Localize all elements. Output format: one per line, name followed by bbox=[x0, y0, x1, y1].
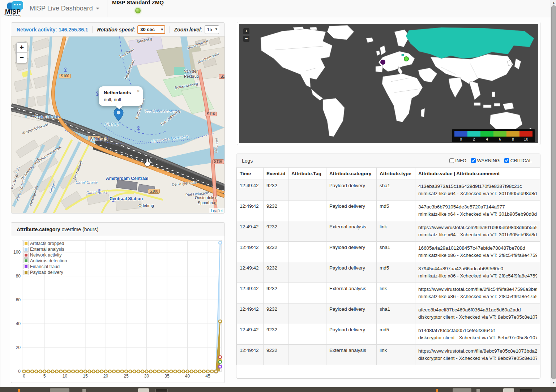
log-cell: Payload delivery bbox=[326, 201, 377, 221]
svg-text:15: 15 bbox=[83, 374, 88, 379]
taskbar-icon[interactable] bbox=[50, 388, 69, 392]
attribute-value: 37945c44a897aa42a66adcab68f560e0 bbox=[418, 265, 537, 272]
zmq-status-indicator bbox=[135, 8, 141, 13]
log-value-cell: https://www.virustotal.com/file/2f8c54f9… bbox=[415, 283, 540, 303]
log-cell: 12:49:42 bbox=[237, 180, 264, 201]
taskbar-icon[interactable] bbox=[436, 389, 438, 392]
svg-text:60: 60 bbox=[16, 297, 21, 302]
logs-table-header-row: TimeEvent.idAttribute.TagAttribute.categ… bbox=[237, 168, 540, 180]
window-edge bbox=[0, 17, 0, 387]
filter-info-checkbox[interactable] bbox=[449, 158, 454, 163]
log-value-cell: 347ac3b6b791054de3e5720a7144a977mimikatz… bbox=[415, 201, 540, 221]
taskbar-icon[interactable] bbox=[155, 389, 168, 392]
filter-critical-checkbox[interactable] bbox=[504, 158, 509, 163]
attribute-value: 347ac3b6b791054de3e5720a7144a977 bbox=[418, 203, 537, 211]
table-row: 12:49:429232Payload deliverymd537945c44a… bbox=[237, 262, 540, 283]
log-cell bbox=[288, 283, 326, 303]
map-zoom-in-button[interactable]: + bbox=[17, 43, 27, 53]
svg-text:100: 100 bbox=[13, 250, 21, 255]
log-cell bbox=[288, 324, 326, 345]
scrollbar-thumb[interactable] bbox=[551, 5, 556, 379]
taskbar-icon[interactable] bbox=[503, 388, 514, 392]
world-zoom-out-button[interactable]: − bbox=[243, 36, 249, 42]
logs-table: TimeEvent.idAttribute.TagAttribute.categ… bbox=[236, 168, 540, 365]
attribute-category-chart-panel: Attribute.category overtime (hours) Arti… bbox=[11, 222, 225, 383]
misp-live-dashboard-page: MISP Threat Sharing MISP Live Dashboard … bbox=[0, 0, 556, 392]
world-zoom-in-button[interactable]: + bbox=[243, 28, 249, 34]
scrollbar-down-button[interactable]: ▼ bbox=[551, 380, 556, 385]
table-row: 12:49:429232Payload deliverysha116605a4a… bbox=[237, 242, 540, 262]
legend-item: Payload delivery bbox=[23, 270, 67, 275]
attribute-comment: mimikatz-like x64 - Xchecked via VT: 301… bbox=[418, 190, 537, 197]
log-cell bbox=[288, 303, 326, 324]
brand-subtitle: Threat Sharing bbox=[4, 14, 21, 17]
logo-dots-icon bbox=[14, 4, 21, 5]
log-cell: 12:49:42 bbox=[237, 262, 264, 283]
chevron-down-icon bbox=[96, 8, 99, 11]
log-value-cell: 16605a4a29a101208457c47ebfde788487be788d… bbox=[415, 242, 540, 262]
leaflet-zoom-control: + − bbox=[16, 42, 27, 63]
scrollbar-up-button[interactable]: ▲ bbox=[551, 0, 556, 5]
filter-warning-checkbox[interactable] bbox=[471, 158, 476, 163]
popup-close-icon[interactable]: × bbox=[137, 88, 140, 94]
log-cell: 12:49:42 bbox=[237, 221, 264, 242]
log-cell: Payload delivery bbox=[326, 324, 377, 345]
table-row: 12:49:429232Payload deliverymd5347ac3b6b… bbox=[237, 201, 540, 221]
world-map-panel: + − 0246810 bbox=[237, 22, 540, 145]
attribute-comment: mimikatz-like x64 - Xchecked via VT: 301… bbox=[418, 231, 537, 238]
svg-text:10: 10 bbox=[63, 374, 68, 379]
log-cell: 9232 bbox=[264, 303, 288, 324]
filter-critical[interactable]: CRITICAL bbox=[504, 158, 532, 163]
filter-info[interactable]: INFO bbox=[449, 158, 467, 163]
log-cell: 9232 bbox=[264, 242, 288, 262]
taskbar-icon[interactable] bbox=[453, 388, 471, 392]
logs-column-header: Event.id bbox=[264, 168, 288, 180]
log-cell: 9232 bbox=[264, 262, 288, 283]
attribute-comment: diskcryptor client - Xchecked via VT: 8e… bbox=[418, 314, 537, 321]
world-choropleth-map[interactable]: + − 0246810 bbox=[239, 24, 538, 143]
logs-column-header: Attribute.type bbox=[377, 168, 415, 180]
network-activity-title-link[interactable]: Network activity: 146.255.36.1 bbox=[17, 27, 88, 33]
log-cell: md5 bbox=[377, 201, 415, 221]
chart-title-rest: overtime (hours) bbox=[60, 227, 99, 232]
zmq-status-section: MISP Standard ZMQ bbox=[107, 0, 168, 17]
log-cell: 9232 bbox=[264, 324, 288, 345]
attribute-value: afeee8b4acff87bc469a6f0364a81ae5d60a2add bbox=[418, 306, 537, 314]
log-cell: External analysis bbox=[326, 221, 377, 242]
app-title-dropdown[interactable]: MISP Live Dashboard bbox=[30, 0, 99, 17]
rotation-speed-select[interactable]: 30 sec bbox=[137, 25, 165, 34]
chart-legend: Artifacts droppedExternal analysisNetwor… bbox=[23, 241, 67, 275]
log-cell: 12:49:42 bbox=[237, 345, 264, 365]
log-cell bbox=[288, 221, 326, 242]
world-map-graphic bbox=[239, 24, 538, 143]
legend-item: Antivirus detection bbox=[23, 258, 67, 264]
taskbar-icon[interactable] bbox=[520, 389, 533, 392]
taskbar-icon[interactable] bbox=[82, 389, 86, 392]
log-cell bbox=[288, 262, 326, 283]
leaflet-street-map[interactable]: + − × Netherlands null, null S100S100S10… bbox=[11, 36, 224, 213]
log-value-cell: 413eba3973a15c1a6429d9f170f3e8287f98c21c… bbox=[415, 180, 540, 201]
attribute-comment: mimikatz-like x86 - Xchecked via VT: 2f8… bbox=[418, 252, 537, 259]
taskbar-icon[interactable] bbox=[476, 389, 480, 392]
zoom-level-select[interactable]: 15 bbox=[205, 25, 219, 34]
svg-text:45: 45 bbox=[205, 374, 210, 379]
log-cell bbox=[288, 242, 326, 262]
logs-header: Logs INFO WARNING CRITICAL bbox=[236, 154, 540, 168]
choropleth-legend: 0246810 bbox=[452, 129, 535, 142]
taskbar-icon[interactable] bbox=[18, 389, 20, 392]
log-cell: md5 bbox=[377, 324, 415, 345]
log-cell: 9232 bbox=[264, 283, 288, 303]
filter-warning[interactable]: WARNING bbox=[471, 158, 500, 163]
svg-text:0: 0 bbox=[23, 374, 25, 379]
leaflet-attribution-link[interactable]: Leaflet bbox=[209, 208, 224, 213]
app-title-label: MISP Live Dashboard bbox=[30, 5, 93, 12]
table-row: 12:49:429232External analysislinkhttps:/… bbox=[237, 345, 540, 365]
log-value-cell: https://www.virustotal.com/file/8ebc97e0… bbox=[415, 345, 540, 365]
log-cell: sha1 bbox=[377, 180, 415, 201]
logs-column-header: Attribute.category bbox=[326, 168, 377, 180]
map-zoom-out-button[interactable]: − bbox=[17, 53, 27, 63]
network-activity-panel: Network activity: 146.255.36.1 Rotation … bbox=[11, 22, 225, 214]
taskbar-icon[interactable] bbox=[138, 388, 149, 392]
log-cell: 9232 bbox=[264, 345, 288, 365]
misp-logo[interactable]: MISP Threat Sharing bbox=[4, 0, 27, 17]
